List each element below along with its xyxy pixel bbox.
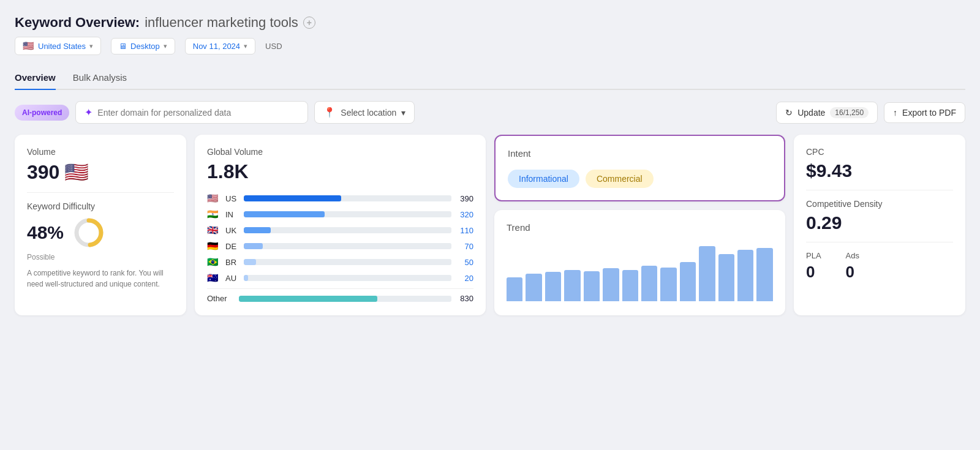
trend-bar-10 [680, 262, 696, 301]
intent-label: Intent [508, 148, 772, 159]
other-label: Other [207, 294, 234, 303]
ai-powered-badge: AI-powered [15, 105, 69, 121]
update-label: Update [797, 108, 825, 118]
export-button[interactable]: ↑ Export to PDF [884, 102, 965, 123]
update-button[interactable]: ↻ Update 16/1,250 [776, 102, 878, 124]
comp-density-label: Competitive Density [806, 199, 953, 209]
trend-bar-7 [622, 270, 638, 301]
bar-wrap-in [244, 211, 451, 217]
pla-col: PLA 0 [806, 251, 821, 282]
badge-informational: Informational [508, 170, 579, 188]
other-row: Other 830 [207, 288, 473, 303]
possible-label: Possible [27, 253, 174, 261]
pla-value: 0 [806, 263, 821, 282]
pla-label: PLA [806, 251, 821, 260]
val-us: 390 [456, 194, 473, 203]
country-row-br: 🇧🇷 BR 50 [207, 257, 473, 268]
bar-fill-br [244, 259, 256, 265]
title-prefix: Keyword Overview: [15, 15, 140, 31]
toolbar-row: 🇺🇸 United States ▾ 🖥 Desktop ▾ Nov 11, 2… [15, 37, 965, 55]
tab-overview[interactable]: Overview [15, 66, 56, 90]
flag-de: 🇩🇪 [207, 241, 221, 252]
location-select-btn[interactable]: 📍 Select location ▾ [314, 101, 415, 124]
divider [27, 192, 174, 193]
volume-card: Volume 390 🇺🇸 Keyword Difficulty 48% Pos… [15, 135, 186, 315]
trend-bar-1 [507, 277, 522, 301]
intent-badges: Informational Commercial [508, 170, 772, 188]
ads-col: Ads 0 [846, 251, 859, 282]
flag-us: 🇺🇸 [207, 193, 221, 204]
location-chevron: ▾ [89, 42, 93, 50]
country-row-de: 🇩🇪 DE 70 [207, 241, 473, 252]
volume-flag: 🇺🇸 [64, 160, 89, 184]
date-filter[interactable]: Nov 11, 2024 ▾ [185, 38, 255, 54]
refresh-icon: ↻ [785, 108, 793, 118]
code-in: IN [225, 210, 239, 219]
location-label: United States [38, 42, 86, 51]
pla-ads-row: PLA 0 Ads 0 [806, 251, 953, 282]
domain-input-wrap[interactable]: ✦ [75, 101, 308, 124]
val-de: 70 [456, 242, 473, 251]
global-volume-label: Global Volume [207, 147, 473, 157]
ads-value: 0 [846, 263, 859, 282]
donut-chart [72, 216, 105, 249]
date-chevron: ▾ [244, 42, 247, 50]
sparkle-icon: ✦ [85, 107, 92, 118]
divider-comp [806, 242, 953, 242]
trend-bar-14 [756, 248, 772, 301]
val-au: 20 [456, 274, 473, 283]
code-us: US [225, 194, 239, 203]
bar-fill-in [244, 211, 325, 217]
keyword-text: influencer marketing tools [145, 15, 298, 31]
trend-bar-4 [564, 270, 580, 301]
code-de: DE [225, 242, 239, 251]
cpc-value: $9.43 [806, 160, 953, 181]
volume-label: Volume [27, 147, 174, 157]
trend-bar-8 [641, 266, 657, 301]
device-label: Desktop [130, 42, 160, 51]
currency-label: USD [265, 42, 282, 51]
volume-value: 390 🇺🇸 [27, 160, 174, 184]
location-select-label: Select location [341, 108, 396, 118]
bar-fill-au [244, 275, 248, 281]
code-uk: UK [225, 226, 239, 235]
country-row-us: 🇺🇸 US 390 [207, 193, 473, 204]
bar-fill-us [244, 195, 341, 201]
location-filter[interactable]: 🇺🇸 United States ▾ [15, 37, 101, 55]
trend-card: Trend [494, 210, 785, 315]
intent-card: Intent Informational Commercial [494, 135, 785, 201]
bar-wrap-other [239, 296, 451, 302]
global-volume-value: 1.8K [207, 160, 473, 183]
search-row: AI-powered ✦ 📍 Select location ▾ ↻ Updat… [15, 101, 965, 124]
cpc-comp-card: CPC $9.43 Competitive Density 0.29 PLA 0… [794, 135, 965, 315]
kd-description: A competitive keyword to rank for. You w… [27, 268, 174, 290]
device-icon: 🖥 [119, 42, 127, 51]
global-volume-card: Global Volume 1.8K 🇺🇸 US 390 🇮🇳 IN 320 🇬… [195, 135, 486, 315]
device-chevron: ▾ [164, 42, 167, 50]
location-flag: 🇺🇸 [23, 40, 34, 51]
export-label: Export to PDF [902, 108, 956, 118]
domain-input[interactable] [97, 108, 299, 118]
trend-bar-2 [526, 274, 541, 301]
bar-fill-de [244, 243, 263, 249]
bar-fill-other [239, 296, 377, 302]
add-keyword-icon[interactable]: + [303, 17, 315, 29]
ads-label: Ads [846, 251, 859, 260]
device-filter[interactable]: 🖥 Desktop ▾ [111, 38, 175, 54]
flag-uk: 🇬🇧 [207, 225, 221, 236]
trend-bar-13 [737, 250, 753, 301]
flag-in: 🇮🇳 [207, 209, 221, 220]
val-br: 50 [456, 258, 473, 267]
location-pin-icon: 📍 [323, 107, 336, 118]
kd-label: Keyword Difficulty [27, 201, 174, 211]
val-uk: 110 [456, 226, 473, 235]
comp-density-value: 0.29 [806, 212, 953, 233]
trend-chart [507, 240, 773, 301]
country-row-au: 🇦🇺 AU 20 [207, 272, 473, 283]
intent-trend-col: Intent Informational Commercial Trend [494, 135, 785, 315]
country-row-uk: 🇬🇧 UK 110 [207, 225, 473, 236]
bar-wrap-uk [244, 227, 451, 233]
tab-bulk-analysis[interactable]: Bulk Analysis [73, 66, 127, 90]
trend-bar-12 [718, 254, 734, 301]
trend-bar-3 [545, 272, 561, 301]
